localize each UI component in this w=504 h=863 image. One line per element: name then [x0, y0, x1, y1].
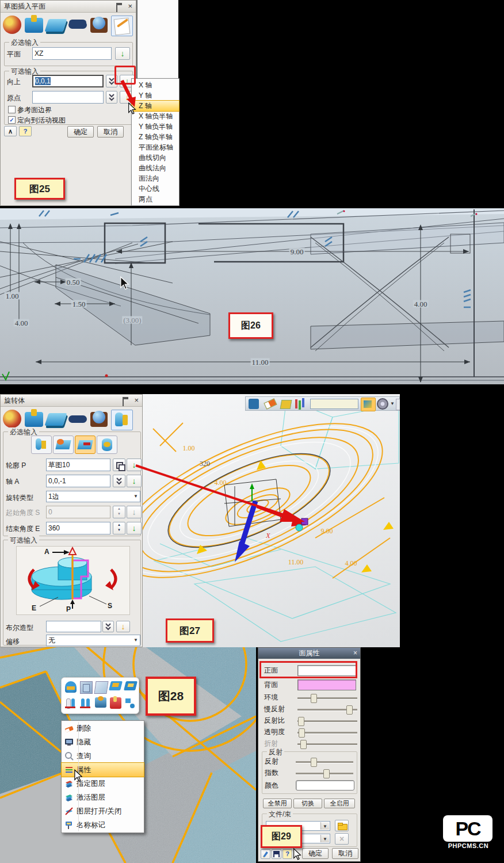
- face-ok-button[interactable]: 确定: [302, 848, 329, 859]
- profile-multi-button[interactable]: [113, 459, 125, 471]
- boolean-pick-button[interactable]: ↓: [116, 621, 130, 632]
- revolve-type-dropdown[interactable]: 1边 ▼: [46, 491, 140, 502]
- plane-pick-button[interactable]: ↓: [115, 47, 130, 60]
- solid-tool-icon[interactable]: [280, 400, 292, 409]
- enable-all-button[interactable]: 全启用: [324, 799, 355, 808]
- revolve-dialog-titlebar[interactable]: 旋转体 ×: [1, 395, 142, 407]
- view-wheel-icon[interactable]: [377, 398, 388, 410]
- plane-field[interactable]: XZ: [32, 47, 112, 60]
- layers-icon[interactable]: [44, 413, 67, 426]
- render-sphere-icon[interactable]: [90, 18, 108, 33]
- orient-view-checkbox[interactable]: ✓: [8, 116, 16, 124]
- end-angle-spinner[interactable]: ▲▼: [113, 522, 125, 534]
- profile-field[interactable]: 草图10: [46, 459, 110, 471]
- reflect-slider[interactable]: [296, 761, 353, 763]
- datum-stamp-icon[interactable]: [25, 412, 43, 427]
- close-icon[interactable]: ×: [134, 395, 139, 406]
- face-cancel-button[interactable]: 取消: [332, 848, 358, 859]
- transparency-slider[interactable]: [297, 732, 357, 734]
- revolve-type-4-icon[interactable]: [97, 436, 117, 454]
- menu-item-z-neg[interactable]: Z 轴负半轴: [132, 132, 179, 142]
- palette-icon-8[interactable]: [95, 697, 106, 708]
- context-item-activate-layer[interactable]: 激活图层: [62, 791, 144, 804]
- revolve-icon[interactable]: [111, 410, 133, 430]
- filter-tool-icon[interactable]: [295, 399, 297, 408]
- sketch-icon[interactable]: [111, 16, 133, 36]
- face-dialog-titlebar[interactable]: 面属性 ×: [258, 648, 360, 659]
- palette-icon-6[interactable]: [65, 697, 77, 709]
- context-item-layer-toggle[interactable]: 图层打开/关闭: [62, 804, 144, 818]
- profile-pick-button[interactable]: ↓: [127, 459, 142, 471]
- disable-all-button[interactable]: 全禁用: [263, 799, 292, 808]
- toggle-button[interactable]: 切换: [293, 799, 322, 808]
- menu-item-centerline[interactable]: 中心线: [132, 184, 179, 194]
- reflect-slider-thumb[interactable]: [311, 758, 317, 767]
- revolve-type-1-icon[interactable]: [31, 436, 52, 454]
- palette-icon-2[interactable]: [80, 681, 93, 694]
- cancel-button[interactable]: 取消: [97, 126, 124, 138]
- datum-stamp-icon[interactable]: [25, 18, 43, 33]
- diffuse-slider[interactable]: [297, 709, 357, 711]
- color-wheel-icon[interactable]: [3, 16, 21, 34]
- context-item-hide[interactable]: 隐藏: [62, 735, 144, 749]
- axis-pick-button[interactable]: ↓: [127, 475, 142, 487]
- transparency-slider-thumb[interactable]: [299, 728, 305, 738]
- pin-icon[interactable]: [123, 397, 128, 406]
- menu-item-y-neg[interactable]: Y 轴负半轴: [132, 121, 179, 132]
- palette-icon-3[interactable]: [94, 681, 108, 694]
- menu-item-plane-axis[interactable]: 平面坐标轴: [132, 142, 179, 152]
- axis-field[interactable]: 0,0,-1: [46, 475, 110, 487]
- layers-icon[interactable]: [44, 19, 67, 32]
- palette-icon-1[interactable]: [65, 681, 77, 693]
- ambient-slider-thumb[interactable]: [311, 694, 317, 703]
- open-folder-button[interactable]: [335, 820, 349, 831]
- palette-icon-9[interactable]: [110, 697, 121, 709]
- glasses-icon[interactable]: [68, 415, 87, 423]
- render-sphere-icon[interactable]: [90, 412, 108, 427]
- isometric-view-icon[interactable]: [361, 398, 376, 411]
- end-angle-field[interactable]: 360: [46, 522, 110, 534]
- origin-field[interactable]: [32, 91, 104, 104]
- close-icon[interactable]: ×: [353, 648, 357, 658]
- help-icon[interactable]: ?: [282, 849, 292, 859]
- palette-icon-7[interactable]: [80, 697, 91, 709]
- specular-slider[interactable]: [297, 720, 357, 723]
- up-field[interactable]: 0,0,1: [32, 75, 104, 87]
- viewport-search-input[interactable]: [310, 399, 358, 409]
- back-face-swatch[interactable]: [297, 679, 356, 690]
- exponent-slider[interactable]: [296, 773, 353, 775]
- help-button[interactable]: ?: [19, 126, 32, 136]
- offset-dropdown[interactable]: 无 ▼: [46, 635, 140, 646]
- menu-item-curve-tangent[interactable]: 曲线切向: [132, 152, 179, 163]
- collapse-button[interactable]: ∧: [4, 126, 17, 136]
- revolve-type-3-icon[interactable]: [75, 436, 96, 454]
- eraser-tool-icon[interactable]: [264, 398, 277, 409]
- exponent-slider-thumb[interactable]: [323, 769, 330, 778]
- view-dropdown-icon[interactable]: ▼: [390, 401, 395, 406]
- context-item-name-tag[interactable]: 名称标记: [62, 818, 144, 832]
- sketch-dialog-titlebar[interactable]: 草图插入平面 ×: [1, 1, 136, 13]
- select-tool-icon[interactable]: [249, 399, 259, 409]
- boolean-chevron-button[interactable]: [102, 621, 114, 632]
- color-wheel-icon[interactable]: [3, 410, 21, 428]
- palette-icon-5[interactable]: [124, 681, 138, 690]
- cube-view-icon[interactable]: [396, 399, 400, 410]
- pin-icon[interactable]: [116, 3, 122, 12]
- palette-icon-10[interactable]: [125, 697, 136, 709]
- specular-slider-thumb[interactable]: [298, 717, 304, 726]
- menu-item-two-points[interactable]: 两点: [132, 194, 179, 204]
- ref-boundary-checkbox[interactable]: [8, 106, 16, 113]
- ok-button[interactable]: 确定: [67, 126, 94, 138]
- menu-item-x-neg[interactable]: X 轴负半轴: [132, 111, 179, 121]
- revolve-type-2-icon[interactable]: [53, 436, 74, 454]
- glasses-icon[interactable]: [68, 21, 87, 29]
- sketch-viewport-fig26[interactable]: 0.50 1.50 1.00 4.00 (3.00) 9.00 4.00 11.…: [0, 208, 504, 384]
- diffuse-slider-thumb[interactable]: [346, 705, 353, 715]
- save-icon[interactable]: [272, 849, 281, 859]
- menu-item-face-normal[interactable]: 面法向: [132, 173, 179, 184]
- context-item-delete[interactable]: 删除: [62, 721, 144, 735]
- paint-apply-icon[interactable]: [261, 849, 270, 859]
- ambient-slider[interactable]: [297, 697, 357, 700]
- close-icon[interactable]: ×: [128, 1, 132, 12]
- menu-item-curve-normal[interactable]: 曲线法向: [132, 163, 179, 173]
